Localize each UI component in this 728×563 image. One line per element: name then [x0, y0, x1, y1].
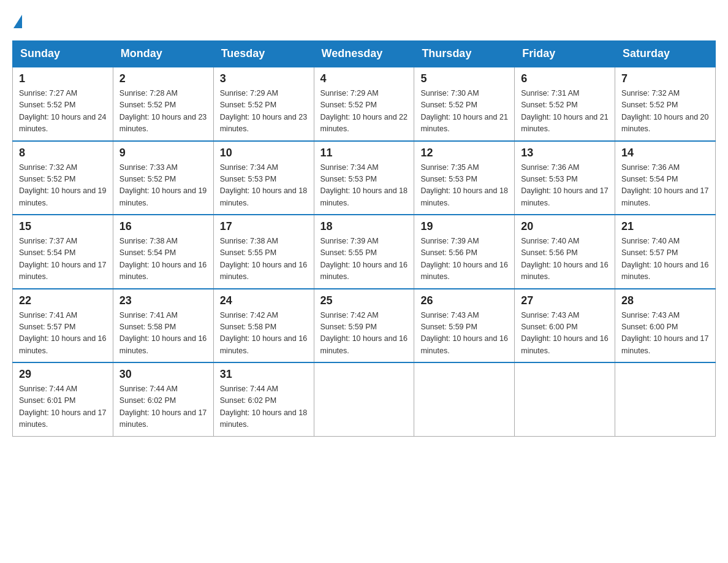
day-info: Sunrise: 7:36 AMSunset: 5:54 PMDaylight:…: [621, 162, 709, 210]
day-number: 15: [19, 220, 107, 233]
calendar-day-8: 8Sunrise: 7:32 AMSunset: 5:52 PMDaylight…: [13, 141, 113, 215]
calendar-day-19: 19Sunrise: 7:39 AMSunset: 5:56 PMDayligh…: [414, 215, 515, 289]
day-info: Sunrise: 7:35 AMSunset: 5:53 PMDaylight:…: [420, 162, 508, 210]
day-info: Sunrise: 7:44 AMSunset: 6:02 PMDaylight:…: [220, 383, 308, 431]
day-info: Sunrise: 7:42 AMSunset: 5:58 PMDaylight:…: [220, 310, 308, 358]
day-number: 18: [320, 220, 408, 233]
calendar-day-3: 3Sunrise: 7:29 AMSunset: 5:52 PMDaylight…: [213, 67, 314, 141]
calendar-day-22: 22Sunrise: 7:41 AMSunset: 5:57 PMDayligh…: [13, 289, 113, 363]
col-header-tuesday: Tuesday: [213, 41, 314, 67]
calendar-week-5: 29Sunrise: 7:44 AMSunset: 6:01 PMDayligh…: [13, 362, 716, 436]
day-info: Sunrise: 7:32 AMSunset: 5:52 PMDaylight:…: [621, 88, 709, 136]
day-info: Sunrise: 7:42 AMSunset: 5:59 PMDaylight:…: [320, 310, 408, 358]
day-info: Sunrise: 7:43 AMSunset: 5:59 PMDaylight:…: [420, 310, 508, 358]
calendar-week-1: 1Sunrise: 7:27 AMSunset: 5:52 PMDaylight…: [13, 67, 716, 141]
calendar-day-12: 12Sunrise: 7:35 AMSunset: 5:53 PMDayligh…: [414, 141, 515, 215]
day-number: 6: [521, 72, 609, 85]
day-number: 17: [220, 220, 308, 233]
day-info: Sunrise: 7:43 AMSunset: 6:00 PMDaylight:…: [521, 310, 609, 358]
day-info: Sunrise: 7:37 AMSunset: 5:54 PMDaylight:…: [19, 236, 107, 283]
day-info: Sunrise: 7:44 AMSunset: 6:02 PMDaylight:…: [119, 383, 207, 431]
day-number: 14: [621, 147, 709, 159]
day-number: 26: [420, 294, 508, 307]
day-info: Sunrise: 7:28 AMSunset: 5:52 PMDaylight:…: [119, 88, 207, 136]
calendar-day-25: 25Sunrise: 7:42 AMSunset: 5:59 PMDayligh…: [314, 289, 414, 363]
calendar-table: SundayMondayTuesdayWednesdayThursdayFrid…: [12, 40, 716, 437]
day-number: 11: [320, 147, 408, 159]
empty-cell: [515, 362, 615, 436]
day-number: 24: [220, 294, 308, 307]
calendar-week-4: 22Sunrise: 7:41 AMSunset: 5:57 PMDayligh…: [13, 289, 716, 363]
logo: [12, 12, 22, 28]
day-number: 2: [119, 72, 207, 85]
day-info: Sunrise: 7:32 AMSunset: 5:52 PMDaylight:…: [19, 162, 107, 210]
calendar-day-7: 7Sunrise: 7:32 AMSunset: 5:52 PMDaylight…: [615, 67, 716, 141]
calendar-day-24: 24Sunrise: 7:42 AMSunset: 5:58 PMDayligh…: [213, 289, 314, 363]
calendar-day-10: 10Sunrise: 7:34 AMSunset: 5:53 PMDayligh…: [213, 141, 314, 215]
day-number: 20: [521, 220, 609, 233]
calendar-day-14: 14Sunrise: 7:36 AMSunset: 5:54 PMDayligh…: [615, 141, 716, 215]
day-number: 19: [420, 220, 508, 233]
day-info: Sunrise: 7:38 AMSunset: 5:55 PMDaylight:…: [220, 236, 308, 283]
day-info: Sunrise: 7:27 AMSunset: 5:52 PMDaylight:…: [19, 88, 107, 136]
day-info: Sunrise: 7:36 AMSunset: 5:53 PMDaylight:…: [521, 162, 609, 210]
calendar-day-28: 28Sunrise: 7:43 AMSunset: 6:00 PMDayligh…: [615, 289, 716, 363]
day-info: Sunrise: 7:30 AMSunset: 5:52 PMDaylight:…: [420, 88, 508, 136]
day-info: Sunrise: 7:34 AMSunset: 5:53 PMDaylight:…: [220, 162, 308, 210]
day-info: Sunrise: 7:41 AMSunset: 5:57 PMDaylight:…: [19, 310, 107, 358]
day-number: 30: [119, 368, 207, 381]
day-info: Sunrise: 7:29 AMSunset: 5:52 PMDaylight:…: [320, 88, 408, 136]
day-number: 29: [19, 368, 107, 381]
calendar-week-2: 8Sunrise: 7:32 AMSunset: 5:52 PMDaylight…: [13, 141, 716, 215]
day-info: Sunrise: 7:43 AMSunset: 6:00 PMDaylight:…: [621, 310, 709, 358]
calendar-week-3: 15Sunrise: 7:37 AMSunset: 5:54 PMDayligh…: [13, 215, 716, 289]
empty-cell: [414, 362, 515, 436]
calendar-day-6: 6Sunrise: 7:31 AMSunset: 5:52 PMDaylight…: [515, 67, 615, 141]
col-header-saturday: Saturday: [615, 41, 716, 67]
day-info: Sunrise: 7:38 AMSunset: 5:54 PMDaylight:…: [119, 236, 207, 283]
col-header-friday: Friday: [515, 41, 615, 67]
day-number: 21: [621, 220, 709, 233]
day-number: 1: [19, 72, 107, 85]
day-number: 22: [19, 294, 107, 307]
calendar-day-17: 17Sunrise: 7:38 AMSunset: 5:55 PMDayligh…: [213, 215, 314, 289]
calendar-day-2: 2Sunrise: 7:28 AMSunset: 5:52 PMDaylight…: [113, 67, 213, 141]
day-info: Sunrise: 7:33 AMSunset: 5:52 PMDaylight:…: [119, 162, 207, 210]
day-info: Sunrise: 7:44 AMSunset: 6:01 PMDaylight:…: [19, 383, 107, 431]
day-number: 10: [220, 147, 308, 159]
calendar-day-21: 21Sunrise: 7:40 AMSunset: 5:57 PMDayligh…: [615, 215, 716, 289]
day-info: Sunrise: 7:41 AMSunset: 5:58 PMDaylight:…: [119, 310, 207, 358]
day-info: Sunrise: 7:40 AMSunset: 5:57 PMDaylight:…: [621, 236, 709, 283]
day-number: 16: [119, 220, 207, 233]
calendar-day-11: 11Sunrise: 7:34 AMSunset: 5:53 PMDayligh…: [314, 141, 414, 215]
day-number: 7: [621, 72, 709, 85]
day-info: Sunrise: 7:39 AMSunset: 5:56 PMDaylight:…: [420, 236, 508, 283]
day-number: 23: [119, 294, 207, 307]
col-header-monday: Monday: [113, 41, 213, 67]
calendar-day-5: 5Sunrise: 7:30 AMSunset: 5:52 PMDaylight…: [414, 67, 515, 141]
day-number: 5: [420, 72, 508, 85]
logo-triangle-icon: [13, 15, 22, 28]
day-info: Sunrise: 7:40 AMSunset: 5:56 PMDaylight:…: [521, 236, 609, 283]
day-number: 9: [119, 147, 207, 159]
calendar-day-20: 20Sunrise: 7:40 AMSunset: 5:56 PMDayligh…: [515, 215, 615, 289]
page-header: [12, 12, 716, 28]
empty-cell: [615, 362, 716, 436]
calendar-header-row: SundayMondayTuesdayWednesdayThursdayFrid…: [13, 41, 716, 67]
calendar-day-26: 26Sunrise: 7:43 AMSunset: 5:59 PMDayligh…: [414, 289, 515, 363]
calendar-day-16: 16Sunrise: 7:38 AMSunset: 5:54 PMDayligh…: [113, 215, 213, 289]
day-number: 28: [621, 294, 709, 307]
day-number: 8: [19, 147, 107, 159]
day-info: Sunrise: 7:31 AMSunset: 5:52 PMDaylight:…: [521, 88, 609, 136]
day-number: 4: [320, 72, 408, 85]
calendar-day-9: 9Sunrise: 7:33 AMSunset: 5:52 PMDaylight…: [113, 141, 213, 215]
calendar-day-15: 15Sunrise: 7:37 AMSunset: 5:54 PMDayligh…: [13, 215, 113, 289]
col-header-wednesday: Wednesday: [314, 41, 414, 67]
day-info: Sunrise: 7:39 AMSunset: 5:55 PMDaylight:…: [320, 236, 408, 283]
calendar-day-23: 23Sunrise: 7:41 AMSunset: 5:58 PMDayligh…: [113, 289, 213, 363]
calendar-day-27: 27Sunrise: 7:43 AMSunset: 6:00 PMDayligh…: [515, 289, 615, 363]
day-number: 31: [220, 368, 308, 381]
calendar-day-4: 4Sunrise: 7:29 AMSunset: 5:52 PMDaylight…: [314, 67, 414, 141]
calendar-day-29: 29Sunrise: 7:44 AMSunset: 6:01 PMDayligh…: [13, 362, 113, 436]
calendar-day-13: 13Sunrise: 7:36 AMSunset: 5:53 PMDayligh…: [515, 141, 615, 215]
